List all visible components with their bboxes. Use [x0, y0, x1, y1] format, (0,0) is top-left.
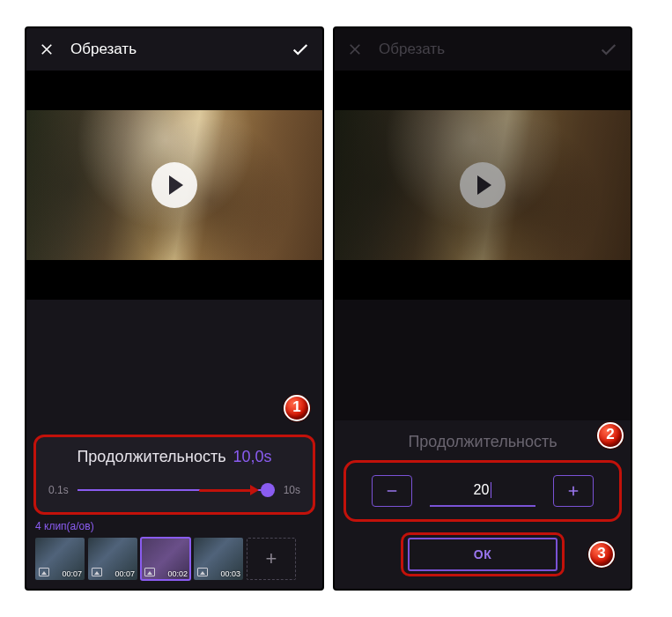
confirm-icon[interactable] — [599, 40, 618, 59]
duration-sheet: Продолжительность 2 20 ОК 3 — [335, 420, 631, 589]
annotation-badge-2: 2 — [597, 422, 624, 449]
clip-thumbnail[interactable]: 00:07 — [88, 538, 137, 580]
clip-duration: 00:07 — [114, 569, 135, 578]
decrement-button[interactable] — [372, 475, 412, 507]
header: Обрезать — [335, 28, 631, 71]
image-icon — [197, 568, 208, 576]
duration-value[interactable]: 10,0s — [233, 448, 272, 466]
add-clip-button[interactable]: + — [247, 538, 296, 580]
close-icon[interactable] — [39, 41, 55, 57]
plus-icon — [565, 483, 581, 499]
screen-trim-main: Обрезать 1 Продолжительность 10,0s 0.1s … — [25, 26, 324, 591]
image-icon — [39, 568, 49, 576]
duration-callout: Продолжительность 10,0s 0.1s 10s — [33, 435, 315, 515]
annotation-arrow — [199, 485, 259, 495]
close-icon[interactable] — [347, 41, 363, 57]
clips-count: 4 клип(а/ов) — [35, 520, 314, 532]
play-button[interactable] — [460, 162, 506, 208]
confirm-icon[interactable] — [291, 40, 310, 59]
clip-thumbnail[interactable]: 00:07 — [35, 538, 85, 580]
minus-icon — [384, 483, 400, 499]
duration-input[interactable]: 20 — [430, 475, 535, 507]
image-icon — [144, 568, 155, 576]
header-title: Обрезать — [70, 41, 291, 58]
duration-panel: Продолжительность 10,0s 0.1s 10s — [33, 435, 315, 515]
spacer — [26, 300, 322, 435]
clip-thumbnail-selected[interactable]: 00:02 — [141, 538, 190, 580]
text-cursor — [491, 482, 491, 498]
screen-trim-stepper: Обрезать Продолжительность 2 20 ОК 3 — [333, 26, 632, 591]
slider-max-label: 10s — [284, 484, 300, 496]
sheet-title: Продолжительность — [343, 433, 622, 451]
clips-strip: 4 клип(а/ов) 00:07 00:07 00:02 00:03 + — [26, 515, 322, 589]
ok-callout — [401, 532, 565, 576]
clip-duration: 00:02 — [167, 569, 188, 578]
header: Обрезать — [26, 28, 322, 71]
duration-slider[interactable] — [78, 482, 275, 498]
annotation-badge-1: 1 — [284, 395, 310, 421]
image-icon — [92, 568, 102, 576]
clip-thumbnail[interactable]: 00:03 — [194, 538, 243, 580]
stepper-callout: 20 — [343, 460, 622, 522]
header-title: Обрезать — [379, 41, 599, 58]
video-preview — [335, 71, 631, 300]
video-preview — [26, 71, 322, 300]
play-button[interactable] — [151, 162, 197, 208]
annotation-badge-3: 3 — [588, 541, 615, 568]
clip-duration: 00:03 — [220, 569, 240, 578]
duration-label: Продолжительность — [77, 448, 225, 466]
slider-min-label: 0.1s — [48, 484, 69, 496]
duration-input-value: 20 — [474, 482, 490, 498]
slider-thumb[interactable] — [261, 483, 275, 497]
increment-button[interactable] — [553, 475, 594, 507]
clip-duration: 00:07 — [62, 569, 82, 578]
